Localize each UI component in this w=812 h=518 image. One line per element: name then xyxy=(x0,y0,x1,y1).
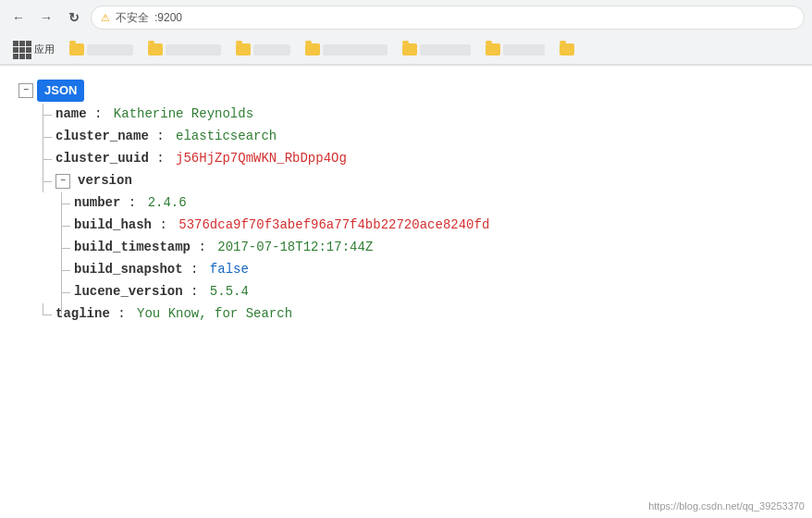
json-collapse-button[interactable]: − xyxy=(18,83,33,98)
bookmark-label-2 xyxy=(166,44,221,56)
version-children: number : 2.4.6 build_hash : 5376dca9f70f… xyxy=(37,192,794,303)
lucene-version-key: lucene_version xyxy=(74,281,183,303)
name-key: name xyxy=(55,104,87,126)
build-timestamp-row: build_timestamp : 2017-07-18T12:17:44Z xyxy=(55,237,794,259)
folder-icon-3 xyxy=(236,43,251,56)
forward-button[interactable]: → xyxy=(35,6,57,29)
cluster-uuid-key: cluster_uuid xyxy=(55,148,149,170)
lucene-version-row: lucene_version : 5.5.4 xyxy=(55,281,794,303)
lucene-version-value: 5.5.4 xyxy=(210,281,249,303)
url-port: :9200 xyxy=(154,11,182,24)
version-row: − version xyxy=(37,170,794,192)
browser-chrome: ← → ↻ ⚠ 不安全 :9200 应用 xyxy=(0,0,812,66)
bookmark-2[interactable] xyxy=(142,42,227,57)
cluster-name-colon: : xyxy=(149,126,172,148)
bookmark-3[interactable] xyxy=(230,42,296,57)
folder-icon-2 xyxy=(148,43,163,56)
build-hash-value: 5376dca9f70f3abef96a77f4bb22720ace8240fd xyxy=(178,215,489,237)
build-timestamp-key: build_timestamp xyxy=(74,237,191,259)
name-value: Katherine Reynolds xyxy=(114,104,253,126)
build-snapshot-key: build_snapshot xyxy=(74,259,183,281)
bookmark-label-6 xyxy=(503,44,545,56)
build-hash-key: build_hash xyxy=(74,215,152,237)
folder-icon-6 xyxy=(486,43,500,56)
bookmark-6[interactable] xyxy=(480,42,550,57)
watermark: https://blog.csdn.net/qq_39253370 xyxy=(648,500,805,512)
apps-shortcut[interactable]: 应用 xyxy=(7,39,60,61)
back-button[interactable]: ← xyxy=(7,6,30,29)
build-timestamp-colon: : xyxy=(191,237,214,259)
json-root-row: − JSON xyxy=(18,80,794,102)
number-value: 2.4.6 xyxy=(148,192,187,215)
cluster-uuid-value: j56HjZp7QmWKN_RbDpp4Og xyxy=(176,148,347,170)
tagline-colon: : xyxy=(110,303,133,326)
build-hash-row: build_hash : 5376dca9f70f3abef96a77f4bb2… xyxy=(55,215,794,237)
tagline-row: tagline : You Know, for Search xyxy=(37,303,794,326)
cluster-uuid-row: cluster_uuid : j56HjZp7QmWKN_RbDpp4Og xyxy=(37,148,794,170)
number-colon: : xyxy=(120,192,143,215)
name-colon: : xyxy=(87,104,110,126)
security-warning-icon: ⚠ xyxy=(101,12,110,24)
bookmark-1[interactable] xyxy=(64,42,139,57)
build-snapshot-value: false xyxy=(210,259,249,281)
folder-icon-4 xyxy=(305,43,320,56)
json-badge: JSON xyxy=(37,80,84,102)
reload-button[interactable]: ↻ xyxy=(63,6,85,29)
folder-icon-1 xyxy=(69,43,84,56)
url-text: 不安全 xyxy=(116,10,149,26)
bookmark-label-3 xyxy=(253,44,290,56)
cluster-name-value: elasticsearch xyxy=(176,126,277,148)
address-bar[interactable]: ⚠ 不安全 :9200 xyxy=(91,6,805,30)
build-snapshot-row: build_snapshot : false xyxy=(55,259,794,281)
version-collapse-button[interactable]: − xyxy=(55,174,70,189)
name-row: name : Katherine Reynolds xyxy=(37,104,794,126)
number-key: number xyxy=(74,192,120,215)
json-tree: − JSON name : Katherine Reynolds cluster… xyxy=(18,80,794,326)
number-row: number : 2.4.6 xyxy=(55,192,794,215)
folder-icon-5 xyxy=(402,43,417,56)
cluster-name-key: cluster_name xyxy=(55,126,149,148)
lucene-version-colon: : xyxy=(183,281,206,303)
bookmark-5[interactable] xyxy=(397,42,476,57)
bookmark-label-1 xyxy=(87,44,133,56)
bookmark-label-5 xyxy=(420,44,471,56)
tagline-value: You Know, for Search xyxy=(137,303,292,326)
build-hash-colon: : xyxy=(152,215,175,237)
cluster-name-row: cluster_name : elasticsearch xyxy=(37,126,794,148)
bookmark-7[interactable] xyxy=(554,42,583,57)
nav-bar: ← → ↻ ⚠ 不安全 :9200 xyxy=(0,0,812,35)
apps-label: 应用 xyxy=(34,43,55,56)
apps-grid-icon xyxy=(13,41,31,59)
cluster-uuid-colon: : xyxy=(149,148,172,170)
build-timestamp-value: 2017-07-18T12:17:44Z xyxy=(217,237,373,259)
tagline-key: tagline xyxy=(55,303,110,326)
build-snapshot-colon: : xyxy=(183,259,206,281)
folder-icon-7 xyxy=(560,43,574,56)
bookmark-4[interactable] xyxy=(300,42,393,57)
version-key: version xyxy=(78,170,132,192)
bookmarks-bar: 应用 xyxy=(0,35,812,65)
page-content: − JSON name : Katherine Reynolds cluster… xyxy=(0,66,812,518)
bookmark-label-4 xyxy=(323,44,388,56)
